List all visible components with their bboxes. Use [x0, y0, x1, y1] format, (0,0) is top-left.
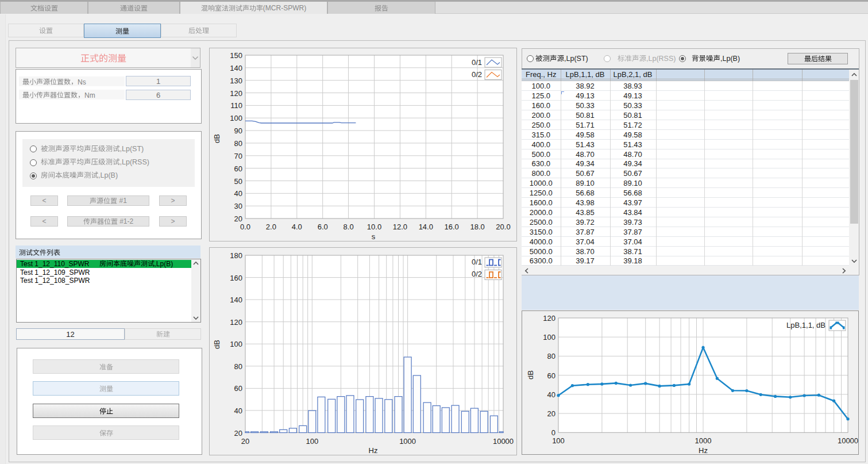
svg-text:0: 0 [551, 428, 555, 437]
svg-text:6.0: 6.0 [318, 223, 328, 231]
svg-text:20: 20 [234, 429, 242, 438]
svg-text:60: 60 [234, 384, 242, 393]
svg-text:150: 150 [230, 51, 242, 60]
svg-text:100: 100 [543, 333, 555, 342]
svg-text:10000: 10000 [838, 436, 858, 445]
svg-text:80: 80 [547, 352, 555, 361]
svg-text:14.0: 14.0 [419, 223, 433, 231]
svg-text:20: 20 [241, 437, 249, 446]
svg-text:0/1: 0/1 [472, 258, 482, 266]
svg-text:100: 100 [306, 437, 318, 446]
svg-text:0/1: 0/1 [472, 58, 482, 67]
svg-text:40: 40 [234, 189, 242, 198]
svg-text:60: 60 [234, 164, 242, 173]
svg-text:1000: 1000 [399, 437, 416, 446]
svg-text:4.0: 4.0 [292, 223, 302, 231]
svg-text:dB: dB [213, 134, 221, 143]
svg-text:110: 110 [230, 101, 242, 110]
svg-text:180: 180 [230, 251, 242, 260]
svg-text:20.0: 20.0 [496, 223, 510, 231]
svg-text:40: 40 [547, 390, 555, 399]
svg-text:50: 50 [234, 177, 242, 186]
svg-text:130: 130 [230, 76, 242, 85]
svg-text:20: 20 [234, 214, 242, 223]
svg-text:10000: 10000 [493, 437, 514, 446]
svg-text:100: 100 [552, 436, 565, 445]
svg-text:120: 120 [543, 314, 555, 323]
svg-text:120: 120 [230, 318, 242, 327]
svg-text:90: 90 [234, 126, 242, 135]
svg-text:18.0: 18.0 [470, 223, 484, 231]
svg-text:0/2: 0/2 [472, 270, 482, 278]
svg-text:140: 140 [230, 64, 242, 72]
svg-text:0/2: 0/2 [472, 70, 482, 79]
svg-text:30: 30 [234, 202, 242, 210]
svg-text:LpB,1,1, dB: LpB,1,1, dB [786, 321, 825, 329]
svg-text:40: 40 [234, 407, 242, 415]
svg-text:Hz: Hz [699, 446, 708, 455]
svg-text:dB: dB [526, 370, 535, 379]
svg-text:100: 100 [230, 340, 242, 348]
svg-text:8.0: 8.0 [344, 223, 354, 231]
svg-text:12.0: 12.0 [393, 223, 407, 231]
svg-text:s: s [372, 232, 376, 241]
svg-text:dB: dB [213, 340, 221, 349]
svg-text:80: 80 [234, 362, 242, 371]
svg-text:16.0: 16.0 [445, 223, 459, 231]
svg-text:70: 70 [234, 152, 242, 160]
svg-text:2.0: 2.0 [266, 223, 276, 231]
svg-text:140: 140 [230, 296, 242, 304]
svg-text:80: 80 [234, 139, 242, 148]
svg-text:10.0: 10.0 [367, 223, 381, 231]
svg-text:160: 160 [230, 274, 242, 282]
svg-text:120: 120 [230, 89, 242, 98]
svg-text:60: 60 [547, 371, 555, 380]
svg-text:1000: 1000 [695, 436, 712, 445]
svg-text:Hz: Hz [369, 446, 378, 455]
svg-text:0.0: 0.0 [240, 223, 250, 231]
svg-text:100: 100 [230, 114, 242, 122]
svg-text:20: 20 [547, 409, 555, 418]
